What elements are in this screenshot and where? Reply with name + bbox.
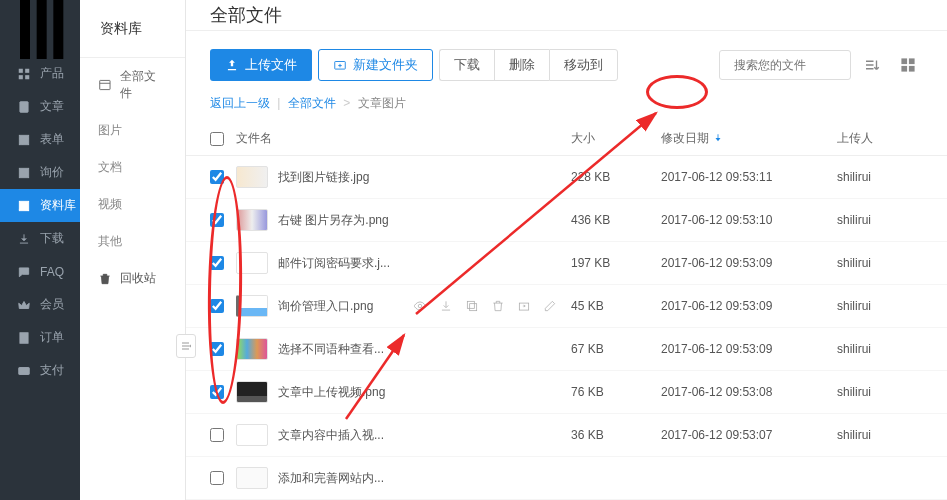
row-checkbox[interactable] bbox=[210, 256, 224, 270]
select-all-checkbox[interactable] bbox=[210, 132, 224, 146]
table-row[interactable]: 添加和完善网站内... bbox=[186, 457, 947, 500]
toolbar: 上传文件 新建文件夹 下载 删除 移动到 bbox=[186, 31, 947, 95]
download-button[interactable]: 下载 bbox=[439, 49, 494, 81]
svg-point-31 bbox=[418, 304, 422, 308]
subnav-item[interactable]: 图片 bbox=[80, 112, 185, 149]
sidebar-item-download[interactable]: 下载 bbox=[0, 222, 80, 255]
table-row[interactable]: 右键 图片另存为.png436 KB2017-06-12 09:53:10shi… bbox=[186, 199, 947, 242]
sidebar-item-doc[interactable]: 文章 bbox=[0, 90, 80, 123]
svg-rect-5 bbox=[19, 75, 23, 79]
main: 全部文件 上传文件 新建文件夹 下载 删除 移动到 bbox=[186, 0, 947, 500]
file-user: shilirui bbox=[837, 385, 923, 399]
svg-rect-34 bbox=[519, 303, 528, 310]
download-icon[interactable] bbox=[439, 299, 453, 313]
form-icon bbox=[16, 133, 32, 147]
file-date: 2017-06-12 09:53:08 bbox=[661, 385, 837, 399]
sidebar: 产品文章表单询价资料库下载FAQ会员订单支付 bbox=[0, 0, 80, 500]
subnav-recycle[interactable]: 回收站 bbox=[80, 260, 185, 297]
col-filename[interactable]: 文件名 bbox=[236, 130, 571, 147]
file-size: 228 KB bbox=[571, 170, 661, 184]
file-user: shilirui bbox=[837, 170, 923, 184]
upload-button[interactable]: 上传文件 bbox=[210, 49, 312, 81]
row-checkbox[interactable] bbox=[210, 342, 224, 356]
faq-icon bbox=[16, 265, 32, 279]
subnav-all-files[interactable]: 全部文件 bbox=[80, 58, 185, 112]
order-icon bbox=[16, 331, 32, 345]
row-checkbox[interactable] bbox=[210, 428, 224, 442]
file-size: 45 KB bbox=[571, 299, 661, 313]
file-user: shilirui bbox=[837, 213, 923, 227]
sidebar-item-library[interactable]: 资料库 bbox=[0, 189, 80, 222]
table-row[interactable]: 找到图片链接.jpg228 KB2017-06-12 09:53:11shili… bbox=[186, 156, 947, 199]
file-size: 36 KB bbox=[571, 428, 661, 442]
file-date: 2017-06-12 09:53:10 bbox=[661, 213, 837, 227]
sidebar-item-inquiry[interactable]: 询价 bbox=[0, 156, 80, 189]
subnav-item[interactable]: 文档 bbox=[80, 149, 185, 186]
file-rows: 找到图片链接.jpg228 KB2017-06-12 09:53:11shili… bbox=[186, 156, 947, 500]
grid-icon bbox=[16, 67, 32, 81]
move-to-button[interactable]: 移动到 bbox=[549, 49, 618, 81]
svg-rect-2 bbox=[53, 0, 63, 59]
copy-icon[interactable] bbox=[465, 299, 479, 313]
preview-icon[interactable] bbox=[413, 299, 427, 313]
breadcrumb-back[interactable]: 返回上一级 bbox=[210, 96, 270, 110]
search-box[interactable] bbox=[719, 50, 851, 80]
table-row[interactable]: 选择不同语种查看...67 KB2017-06-12 09:53:09shili… bbox=[186, 328, 947, 371]
file-size: 197 KB bbox=[571, 256, 661, 270]
file-size: 436 KB bbox=[571, 213, 661, 227]
sidebar-item-form[interactable]: 表单 bbox=[0, 123, 80, 156]
grid-view-button[interactable] bbox=[893, 50, 923, 80]
subnav-collapse-toggle[interactable] bbox=[176, 334, 196, 358]
col-size[interactable]: 大小 bbox=[571, 130, 661, 147]
move-icon[interactable] bbox=[517, 299, 531, 313]
subnav-item[interactable]: 视频 bbox=[80, 186, 185, 223]
edit-icon[interactable] bbox=[543, 299, 557, 313]
file-thumbnail bbox=[236, 381, 268, 403]
sort-arrow-icon bbox=[713, 132, 723, 146]
table-row[interactable]: 文章内容中插入视...36 KB2017-06-12 09:53:07shili… bbox=[186, 414, 947, 457]
row-checkbox[interactable] bbox=[210, 471, 224, 485]
svg-rect-0 bbox=[20, 0, 30, 59]
page-title: 全部文件 bbox=[186, 0, 947, 31]
crown-icon bbox=[16, 298, 32, 312]
file-date: 2017-06-12 09:53:11 bbox=[661, 170, 837, 184]
table-row[interactable]: 询价管理入口.png 45 KB2017-06-12 09:53:09shili… bbox=[186, 285, 947, 328]
file-date: 2017-06-12 09:53:09 bbox=[661, 299, 837, 313]
breadcrumb-all[interactable]: 全部文件 bbox=[288, 96, 336, 110]
row-checkbox[interactable] bbox=[210, 170, 224, 184]
sort-view-button[interactable] bbox=[857, 50, 887, 80]
svg-rect-18 bbox=[19, 367, 30, 374]
sidebar-item-pay[interactable]: 支付 bbox=[0, 354, 80, 387]
file-name: 邮件订阅密码要求.j... bbox=[278, 255, 571, 272]
action-button-group: 下载 删除 移动到 bbox=[439, 49, 618, 81]
table-row[interactable]: 文章中上传视频.png76 KB2017-06-12 09:53:08shili… bbox=[186, 371, 947, 414]
delete-button[interactable]: 删除 bbox=[494, 49, 549, 81]
file-thumbnail bbox=[236, 467, 268, 489]
download-icon bbox=[16, 232, 32, 246]
sidebar-item-grid[interactable]: 产品 bbox=[0, 57, 80, 90]
col-date[interactable]: 修改日期 bbox=[661, 130, 837, 147]
table-row[interactable]: 邮件订阅密码要求.j...197 KB2017-06-12 09:53:09sh… bbox=[186, 242, 947, 285]
subnav-title: 资料库 bbox=[80, 0, 185, 57]
file-name: 询价管理入口.png bbox=[278, 298, 403, 315]
svg-rect-1 bbox=[37, 0, 47, 59]
sidebar-item-order[interactable]: 订单 bbox=[0, 321, 80, 354]
row-checkbox[interactable] bbox=[210, 385, 224, 399]
delete-icon[interactable] bbox=[491, 299, 505, 313]
file-thumbnail bbox=[236, 295, 268, 317]
sidebar-logo bbox=[0, 0, 80, 57]
svg-rect-27 bbox=[902, 59, 907, 64]
col-user[interactable]: 上传人 bbox=[837, 130, 923, 147]
library-icon bbox=[16, 199, 32, 213]
file-thumbnail bbox=[236, 338, 268, 360]
subnav-item[interactable]: 其他 bbox=[80, 223, 185, 260]
file-date: 2017-06-12 09:53:07 bbox=[661, 428, 837, 442]
svg-rect-3 bbox=[19, 68, 23, 72]
svg-rect-20 bbox=[100, 80, 110, 89]
row-checkbox[interactable] bbox=[210, 299, 224, 313]
sidebar-item-crown[interactable]: 会员 bbox=[0, 288, 80, 321]
sidebar-item-faq[interactable]: FAQ bbox=[0, 255, 80, 288]
row-checkbox[interactable] bbox=[210, 213, 224, 227]
breadcrumb-current: 文章图片 bbox=[358, 96, 406, 110]
new-folder-button[interactable]: 新建文件夹 bbox=[318, 49, 433, 81]
